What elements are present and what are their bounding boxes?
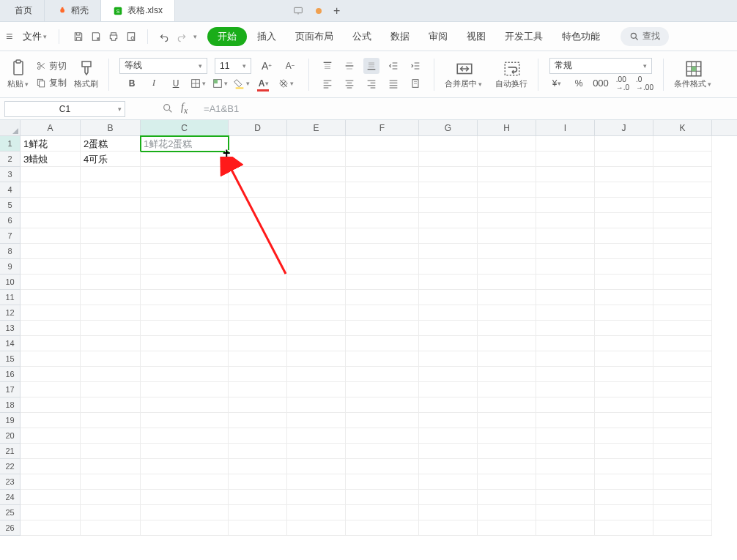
cell-E9[interactable] — [287, 259, 346, 275]
cell-K7[interactable] — [653, 228, 712, 244]
cell-I20[interactable] — [536, 428, 595, 444]
cell-E7[interactable] — [287, 228, 346, 244]
cell-A4[interactable] — [21, 182, 81, 198]
cell-E6[interactable] — [287, 213, 346, 228]
cell-D8[interactable] — [229, 244, 287, 259]
cell-I13[interactable] — [536, 321, 595, 336]
cell-K20[interactable] — [653, 428, 712, 444]
underline-icon[interactable]: U — [168, 75, 184, 92]
cell-I23[interactable] — [536, 474, 595, 490]
undo-icon[interactable] — [158, 31, 170, 42]
cell-G8[interactable] — [419, 244, 478, 259]
cell-C11[interactable] — [141, 290, 229, 305]
cell-B12[interactable] — [81, 305, 141, 321]
row-header-10[interactable]: 10 — [0, 275, 21, 290]
cell-C23[interactable] — [141, 474, 229, 490]
cell-B20[interactable] — [81, 428, 141, 444]
cell-J2[interactable] — [595, 152, 653, 167]
cell-J10[interactable] — [595, 275, 653, 290]
cell-A26[interactable] — [21, 520, 81, 536]
row-header-2[interactable]: 2 — [0, 152, 21, 167]
cell-D10[interactable] — [229, 275, 287, 290]
cell-F9[interactable] — [346, 259, 419, 275]
cell-F21[interactable] — [346, 444, 419, 459]
col-header-G[interactable]: G — [419, 120, 478, 135]
cell-D16[interactable] — [229, 367, 287, 382]
cell-H16[interactable] — [478, 367, 536, 382]
tab-pagelayout[interactable]: 页面布局 — [286, 26, 342, 48]
cell-I2[interactable] — [536, 152, 595, 167]
cell-D20[interactable] — [229, 428, 287, 444]
bold-icon[interactable]: B — [124, 75, 140, 92]
cell-A1[interactable]: 1鲜花 — [21, 136, 81, 152]
cell-D7[interactable] — [229, 228, 287, 244]
cell-C12[interactable] — [141, 305, 229, 321]
cell-F4[interactable] — [346, 182, 419, 198]
cell-F13[interactable] — [346, 321, 419, 336]
row-header-9[interactable]: 9 — [0, 259, 21, 275]
fx-icon[interactable]: fx — [181, 102, 188, 116]
cell-J11[interactable] — [595, 290, 653, 305]
cell-B25[interactable] — [81, 505, 141, 520]
cell-B6[interactable] — [81, 213, 141, 228]
cell-K13[interactable] — [653, 321, 712, 336]
cell-C24[interactable] — [141, 490, 229, 505]
row-header-13[interactable]: 13 — [0, 321, 21, 336]
cell-D5[interactable] — [229, 198, 287, 213]
comma-icon[interactable]: 000 — [593, 75, 609, 92]
align-bottom-icon[interactable] — [363, 58, 379, 74]
cell-B1[interactable]: 2蛋糕 — [81, 136, 141, 152]
cell-E14[interactable] — [287, 336, 346, 351]
cell-K10[interactable] — [653, 275, 712, 290]
cell-B7[interactable] — [81, 228, 141, 244]
cell-G5[interactable] — [419, 198, 478, 213]
row-header-8[interactable]: 8 — [0, 244, 21, 259]
cell-A20[interactable] — [21, 428, 81, 444]
cell-D18[interactable] — [229, 397, 287, 413]
cell-C10[interactable] — [141, 275, 229, 290]
cell-J6[interactable] — [595, 213, 653, 228]
cell-A5[interactable] — [21, 198, 81, 213]
cell-E1[interactable] — [287, 136, 346, 152]
cell-D6[interactable] — [229, 213, 287, 228]
cell-H11[interactable] — [478, 290, 536, 305]
cell-K12[interactable] — [653, 305, 712, 321]
cell-A25[interactable] — [21, 505, 81, 520]
cell-J9[interactable] — [595, 259, 653, 275]
cell-G23[interactable] — [419, 474, 478, 490]
cell-C7[interactable] — [141, 228, 229, 244]
cell-G12[interactable] — [419, 305, 478, 321]
cell-E19[interactable] — [287, 413, 346, 428]
cell-H9[interactable] — [478, 259, 536, 275]
cell-J4[interactable] — [595, 182, 653, 198]
cell-G18[interactable] — [419, 397, 478, 413]
cell-K16[interactable] — [653, 367, 712, 382]
cell-H18[interactable] — [478, 397, 536, 413]
decrease-font-icon[interactable]: A− — [282, 58, 298, 74]
cell-C25[interactable] — [141, 505, 229, 520]
cell-D3[interactable] — [229, 167, 287, 182]
cell-D15[interactable] — [229, 351, 287, 367]
cell-K1[interactable] — [653, 136, 712, 152]
cell-A18[interactable] — [21, 397, 81, 413]
cell-F2[interactable] — [346, 152, 419, 167]
cell-K17[interactable] — [653, 382, 712, 397]
cell-G21[interactable] — [419, 444, 478, 459]
cell-B17[interactable] — [81, 382, 141, 397]
cell-E10[interactable] — [287, 275, 346, 290]
cell-K3[interactable] — [653, 167, 712, 182]
cell-E25[interactable] — [287, 505, 346, 520]
cell-D21[interactable] — [229, 444, 287, 459]
row-header-12[interactable]: 12 — [0, 305, 21, 321]
cell-J25[interactable] — [595, 505, 653, 520]
cell-E24[interactable] — [287, 490, 346, 505]
cell-H10[interactable] — [478, 275, 536, 290]
cell-A7[interactable] — [21, 228, 81, 244]
cell-F16[interactable] — [346, 367, 419, 382]
cell-E17[interactable] — [287, 382, 346, 397]
cell-I1[interactable] — [536, 136, 595, 152]
cell-I5[interactable] — [536, 198, 595, 213]
tab-insert[interactable]: 插入 — [248, 26, 285, 48]
cell-A22[interactable] — [21, 459, 81, 474]
cell-H24[interactable] — [478, 490, 536, 505]
